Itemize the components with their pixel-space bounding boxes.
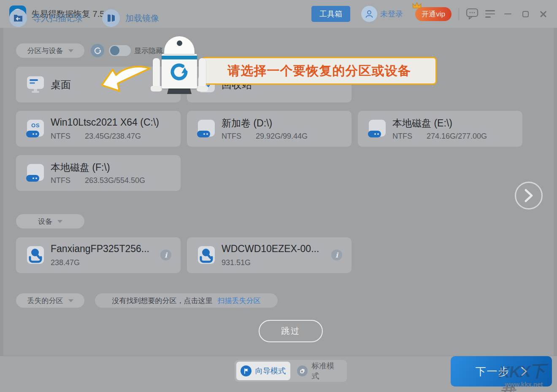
device-name: WDCWD10EZEX-00... — [222, 243, 319, 255]
load-image-button[interactable]: 加载镜像 — [102, 0, 159, 36]
desktop-icon — [26, 75, 45, 94]
device-name: FanxiangFP325T256... — [51, 243, 149, 255]
partition-name: 新加卷 (D:\) — [222, 117, 272, 130]
device-info-icon[interactable]: i — [160, 250, 171, 260]
partition-size: 263.53G/554.50G — [85, 176, 145, 185]
next-step-button[interactable]: 下一步 — [451, 356, 552, 387]
wizard-mode-tab[interactable]: 向导模式 — [236, 362, 290, 380]
wizard-mode-label: 向导模式 — [255, 366, 286, 376]
disk-os-icon: OS — [26, 119, 45, 138]
titlebar-separator — [459, 8, 459, 20]
partitions-dropdown-label: 分区与设备 — [27, 46, 63, 56]
device-size: 931.51G — [222, 258, 251, 267]
standard-mode-label: 标准模式 — [311, 361, 341, 381]
device-disk-icon — [197, 246, 216, 264]
chevron-down-icon — [68, 49, 73, 52]
disk-icon — [368, 119, 387, 138]
partitions-dropdown[interactable]: 分区与设备 — [16, 43, 84, 58]
copy-square-icon — [297, 365, 308, 376]
skip-button[interactable]: 跳过 — [259, 320, 323, 342]
close-button[interactable] — [536, 0, 550, 28]
load-image-icon — [102, 9, 120, 27]
crown-icon — [412, 2, 422, 9]
device-size: 238.47G — [51, 258, 80, 267]
partition-card-d[interactable]: 新加卷 (D:\) NTFS 29.92G/99.44G — [187, 111, 352, 147]
partition-card-e[interactable]: 本地磁盘 (E:\) NTFS 274.16G/277.00G — [358, 111, 522, 147]
show-hidden-toggle[interactable] — [109, 45, 131, 56]
import-folder-icon — [9, 9, 27, 27]
maximize-button[interactable] — [518, 0, 533, 28]
import-scan-records-label: 导入扫描记录 — [32, 13, 83, 24]
standard-mode-tab[interactable]: 标准模式 — [293, 362, 345, 380]
load-image-label: 加载镜像 — [125, 13, 159, 24]
guide-tooltip-text: 请选择一个要恢复的分区或设备 — [228, 62, 411, 80]
partition-fs: NTFS — [392, 132, 412, 141]
chevron-right-icon — [521, 366, 527, 376]
toolbox-button[interactable]: 工具箱 — [311, 6, 350, 22]
device-card-wd[interactable]: WDCWD10EZEX-00... 931.51G i — [187, 237, 352, 273]
lost-hint-text: 没有找到想要的分区，点击这里 — [112, 296, 213, 306]
main-menu-icon[interactable] — [483, 0, 497, 28]
partition-fs: NTFS — [222, 132, 241, 141]
device-disk-icon — [26, 246, 45, 264]
partition-fs: NTFS — [51, 176, 70, 185]
partition-fs: NTFS — [51, 132, 70, 141]
devices-dropdown[interactable]: 设备 — [16, 214, 84, 228]
next-step-label: 下一步 — [476, 365, 510, 379]
devices-dropdown-label: 设备 — [38, 217, 52, 226]
chevron-down-icon — [68, 299, 73, 302]
mode-toggle: 向导模式 标准模式 — [235, 360, 347, 382]
vip-button[interactable]: 开通vip — [415, 7, 452, 21]
feedback-chat-icon[interactable] — [465, 0, 479, 28]
refresh-button[interactable] — [91, 44, 104, 57]
partition-size: 274.16G/277.00G — [427, 132, 487, 141]
device-card-fanxiang[interactable]: FanxiangFP325T256... 238.47G i — [16, 237, 181, 273]
device-info-icon[interactable]: i — [331, 250, 342, 260]
partition-size: 23.45G/238.47G — [85, 132, 141, 141]
disk-icon — [197, 119, 216, 138]
partition-size: 29.92G/99.44G — [256, 132, 308, 141]
lost-partition-hint: 没有找到想要的分区，点击这里 扫描丢失分区 — [95, 293, 278, 308]
login-status[interactable]: 未登录 — [380, 0, 403, 28]
scan-lost-partitions-link[interactable]: 扫描丢失分区 — [218, 296, 261, 306]
lost-partitions-label: 丢失的分区 — [27, 296, 63, 306]
partition-name: Win10Ltsc2021 X64 (C:\) — [51, 117, 159, 128]
flag-icon — [241, 365, 251, 376]
partition-card-c[interactable]: OS Win10Ltsc2021 X64 (C:\) NTFS 23.45G/2… — [16, 111, 181, 147]
partition-card-f[interactable]: 本地磁盘 (F:\) NTFS 263.53G/554.50G — [16, 155, 181, 191]
guide-tooltip: 请选择一个要恢复的分区或设备 — [202, 57, 437, 85]
robot-mascot — [153, 36, 206, 96]
toggle-knob — [110, 46, 119, 55]
titlebar: 失易得数据恢复 7.52 工具箱 未登录 开通vip — [0, 0, 557, 28]
carousel-next-arrow[interactable] — [515, 182, 543, 209]
lost-partitions-dropdown[interactable]: 丢失的分区 — [16, 293, 84, 308]
import-scan-records-button[interactable]: 导入扫描记录 — [9, 0, 83, 36]
disk-icon — [26, 164, 45, 182]
guide-arrow-icon — [100, 64, 151, 94]
minimize-button[interactable] — [500, 0, 515, 28]
app-window: 失易得数据恢复 7.52 工具箱 未登录 开通vip — [0, 0, 557, 392]
partition-name: 本地磁盘 (F:\) — [51, 161, 110, 174]
chevron-down-icon — [57, 220, 62, 223]
user-avatar-icon[interactable] — [361, 6, 377, 22]
partition-name: 本地磁盘 (E:\) — [392, 117, 452, 130]
desktop-card-label: 桌面 — [51, 67, 71, 102]
